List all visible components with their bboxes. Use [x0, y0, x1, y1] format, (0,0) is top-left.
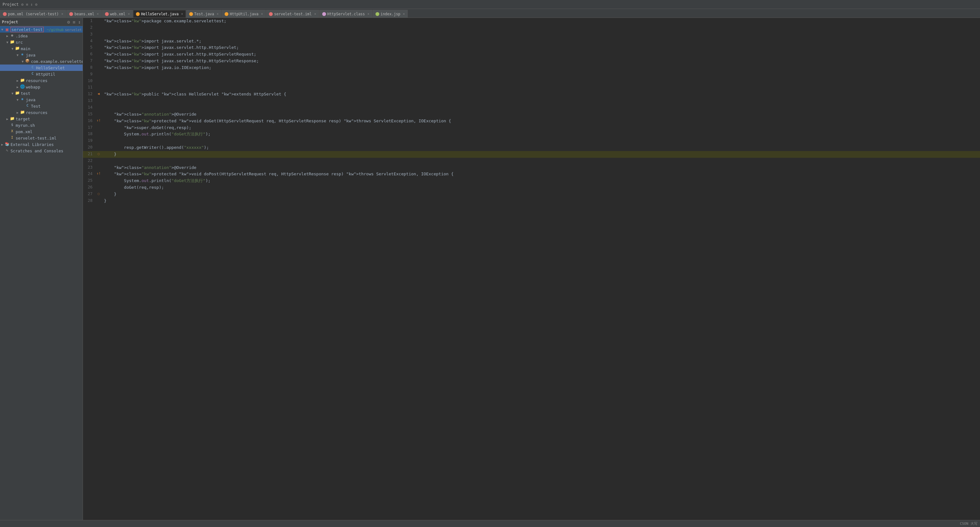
line-code-20[interactable]: resp.getWriter().append("xxxxxx");	[102, 144, 980, 151]
tab-close-servelet-test-iml[interactable]: ×	[314, 12, 316, 16]
line-gutter-3	[96, 31, 102, 38]
line-code-27[interactable]: }	[102, 191, 980, 198]
tab-httputil[interactable]: HttpUtil.java×	[222, 10, 266, 18]
tree-arrow[interactable]: ▼	[15, 98, 20, 102]
line-code-26[interactable]: doGet(req,resp);	[102, 184, 980, 191]
tree-label-17: servelet-test.iml	[16, 136, 56, 141]
tree-item-17[interactable]: Iservelet-test.iml	[0, 135, 83, 141]
tab-hello-servlet[interactable]: HelloServlet.java×	[133, 10, 186, 18]
tree-arrow[interactable]: ▶	[5, 34, 10, 38]
line-code-19[interactable]	[102, 138, 980, 144]
code-editor[interactable]: 1"kw">class="kw">package com.example.ser…	[83, 18, 980, 520]
tree-item-2[interactable]: ▼📁src	[0, 39, 83, 45]
tab-close-web-xml[interactable]: ×	[128, 12, 130, 16]
tree-label-3: main	[21, 46, 30, 51]
line-gutter-14	[96, 104, 102, 111]
tab-servelet-test-iml[interactable]: servelet-test.iml×	[266, 10, 319, 18]
tree-arrow[interactable]: ▼	[10, 47, 15, 51]
tab-icon-web-xml	[105, 12, 109, 16]
line-code-5[interactable]: "kw">class="kw">import javax.servlet.htt…	[102, 45, 980, 51]
line-code-23[interactable]: "kw">class="annotation">@Override	[102, 164, 980, 171]
tree-arrow[interactable]: ▶	[15, 79, 20, 82]
tab-close-httpservlet-class[interactable]: ×	[368, 12, 369, 16]
tab-close-test-java[interactable]: ×	[216, 12, 218, 16]
tree-item-5[interactable]: ▼📦com.example.servelettest	[0, 58, 83, 64]
tab-pom-xml[interactable]: pom.xml (servelet-test)×	[0, 10, 66, 18]
tab-index-jsp[interactable]: index.jsp×	[372, 10, 408, 18]
tree-arrow[interactable]: ▶	[15, 85, 20, 89]
tree-item-15[interactable]: $myrun.sh	[0, 122, 83, 128]
line-code-2[interactable]	[102, 25, 980, 31]
line-code-7[interactable]: "kw">class="kw">import javax.servlet.htt…	[102, 58, 980, 64]
line-code-10[interactable]	[102, 78, 980, 85]
line-code-18[interactable]: System.out.println("doGet方法执行");	[102, 131, 980, 138]
tree-item-12[interactable]: CTest	[0, 103, 83, 109]
tree-item-9[interactable]: ▶🌐webapp	[0, 84, 83, 90]
tree-item-3[interactable]: ▼📁main	[0, 45, 83, 52]
tree-item-14[interactable]: ▶📁target	[0, 116, 83, 122]
tab-httpservlet-class[interactable]: HttpServlet.class×	[319, 10, 372, 18]
tree-arrow[interactable]: ▶	[5, 117, 10, 121]
line-gutter-24[interactable]: ↑!	[96, 171, 102, 177]
tree-arrow[interactable]: ▼	[5, 41, 10, 44]
tree-icon-java-file: C	[30, 72, 35, 77]
tree-item-18[interactable]: ▶📚External Libraries	[0, 141, 83, 148]
tree-item-1[interactable]: ▶●.idea	[0, 33, 83, 39]
line-code-13[interactable]	[102, 98, 980, 104]
tab-close-hello-servlet[interactable]: ×	[181, 12, 183, 16]
sidebar-header-icons[interactable]: ⚙ ≡ ↕	[67, 19, 81, 25]
line-code-25[interactable]: System.out.println("doGet方法执行");	[102, 177, 980, 184]
line-code-6[interactable]: "kw">class="kw">import javax.servlet.htt…	[102, 51, 980, 58]
tab-close-index-jsp[interactable]: ×	[403, 12, 405, 16]
tree-item-11[interactable]: ▼◉java	[0, 96, 83, 103]
line-code-28[interactable]: }	[102, 198, 980, 204]
line-gutter-27[interactable]: ◌	[96, 191, 102, 198]
tree-arrow[interactable]: ▼	[21, 60, 25, 63]
tree-item-6[interactable]: CHelloServlet	[0, 64, 83, 71]
line-gutter-4	[96, 38, 102, 45]
tab-close-pom-xml[interactable]: ×	[61, 12, 63, 16]
line-code-3[interactable]	[102, 31, 980, 38]
tree-arrow[interactable]: ▼	[0, 28, 5, 31]
line-number-25: 25	[83, 177, 96, 184]
line-gutter-16[interactable]: ↑!	[96, 118, 102, 125]
tree-arrow[interactable]: ▼	[15, 53, 20, 57]
tree-item-16[interactable]: Xpom.xml	[0, 128, 83, 135]
line-code-17[interactable]: "kw">super.doGet(req,resp);	[102, 125, 980, 131]
tree-item-13[interactable]: ▶📁resources	[0, 109, 83, 116]
line-code-22[interactable]	[102, 158, 980, 164]
line-gutter-21[interactable]: ◌	[96, 151, 102, 158]
tree-item-7[interactable]: CHttpUtil	[0, 71, 83, 77]
line-code-8[interactable]: "kw">class="kw">import java.io.IOExcepti…	[102, 64, 980, 71]
tab-icon-httputil	[224, 12, 228, 16]
line-gutter-2	[96, 25, 102, 31]
line-code-11[interactable]	[102, 84, 980, 91]
tree-arrow[interactable]: ▶	[15, 111, 20, 114]
line-code-15[interactable]: "kw">class="annotation">@Override	[102, 111, 980, 118]
tab-beans-xml[interactable]: beans.xml×	[66, 10, 102, 18]
tree-item-4[interactable]: ▼◉java	[0, 52, 83, 58]
tab-test-java[interactable]: Test.java×	[186, 10, 221, 18]
line-code-16[interactable]: "kw">class="kw">protected "kw">void doGe…	[102, 118, 980, 125]
tab-close-beans-xml[interactable]: ×	[97, 12, 99, 16]
project-label[interactable]: Project	[3, 2, 19, 7]
line-gutter-5	[96, 45, 102, 51]
line-code-14[interactable]	[102, 104, 980, 111]
tab-label-httpservlet-class: HttpServlet.class	[327, 12, 365, 16]
line-code-4[interactable]: "kw">class="kw">import javax.servlet.*;	[102, 38, 980, 45]
line-gutter-12[interactable]: ◀	[96, 91, 102, 98]
tree-arrow[interactable]: ▶	[0, 143, 5, 146]
tree-item-10[interactable]: ▼📁test	[0, 90, 83, 96]
tree-arrow[interactable]: ▼	[10, 92, 15, 95]
tab-close-httputil[interactable]: ×	[261, 12, 263, 16]
tab-web-xml[interactable]: web.xml×	[102, 10, 133, 18]
tree-item-0[interactable]: ▼▣servelet-test ~/githubservelet-test	[0, 26, 83, 33]
line-code-21[interactable]: }	[102, 151, 980, 158]
line-code-1[interactable]: "kw">class="kw">package com.example.serv…	[102, 18, 980, 25]
line-code-12[interactable]: "kw">class="kw">public "kw">class HelloS…	[102, 91, 980, 98]
tree-item-8[interactable]: ▶📁resources	[0, 77, 83, 84]
line-code-9[interactable]	[102, 71, 980, 78]
header-icon-settings[interactable]: ⚙ ≡ ↕ ⚙	[21, 2, 38, 7]
line-code-24[interactable]: "kw">class="kw">protected "kw">void doPo…	[102, 171, 980, 177]
tree-item-19[interactable]: ✎Scratches and Consoles	[0, 148, 83, 154]
